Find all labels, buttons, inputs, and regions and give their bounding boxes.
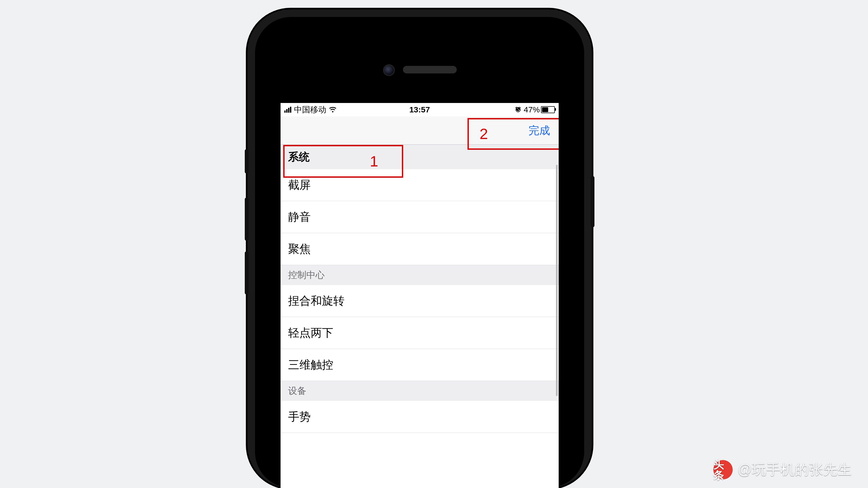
- alarm-icon: [515, 107, 521, 113]
- list-item-double-tap[interactable]: 轻点两下: [281, 317, 559, 349]
- scrollbar-indicator: [556, 165, 558, 396]
- status-bar: 中国移动 13:57 47%: [281, 103, 559, 117]
- wifi-icon: [329, 107, 337, 113]
- phone-frame: 中国移动 13:57 47%: [247, 9, 592, 488]
- list-item-focus[interactable]: 聚焦: [281, 233, 559, 265]
- navigation-bar: 完成: [281, 117, 559, 145]
- power-button: [591, 176, 594, 227]
- watermark: 头条 @玩手机的张先生: [713, 460, 852, 479]
- mute-switch: [245, 149, 249, 173]
- list-item-screenshot[interactable]: 截屏: [281, 169, 559, 201]
- cellular-signal-icon: [284, 107, 291, 113]
- watermark-badge-icon: 头条: [713, 460, 733, 479]
- watermark-text: @玩手机的张先生: [738, 460, 852, 479]
- battery-icon: [541, 106, 555, 113]
- carrier-label: 中国移动: [294, 104, 326, 115]
- phone-screen: 中国移动 13:57 47%: [281, 103, 559, 488]
- section-header-device: 设备: [281, 381, 559, 401]
- list-item-gestures[interactable]: 手势: [281, 401, 559, 433]
- volume-up-button: [245, 198, 249, 241]
- speaker-grille-icon: [403, 66, 457, 73]
- battery-percent-label: 47%: [524, 105, 540, 114]
- front-camera-icon: [384, 65, 394, 75]
- done-button[interactable]: 完成: [529, 123, 550, 138]
- battery-indicator: 47%: [524, 105, 555, 114]
- volume-down-button: [245, 251, 249, 294]
- list-item-pinch-rotate[interactable]: 捏合和旋转: [281, 285, 559, 317]
- section-header-control-center: 控制中心: [281, 265, 559, 285]
- list-item-mute[interactable]: 静音: [281, 201, 559, 233]
- list-item-3d-touch[interactable]: 三维触控: [281, 349, 559, 381]
- section-header-system: 系统: [281, 145, 559, 169]
